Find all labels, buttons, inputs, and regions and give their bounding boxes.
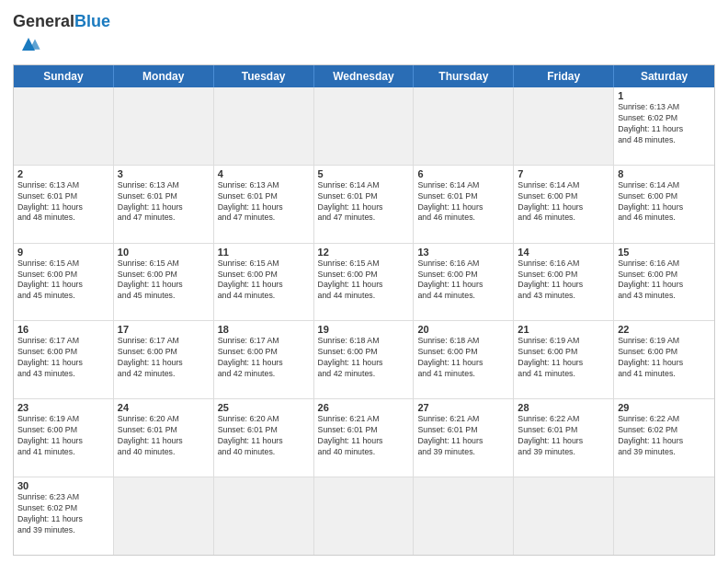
day-number: 27 (417, 402, 509, 413)
logo-blue: Blue (74, 12, 110, 30)
day-info: Sunrise: 6:14 AM Sunset: 6:00 PM Dayligh… (618, 180, 711, 224)
day-number: 5 (318, 168, 410, 179)
day-number: 2 (17, 168, 109, 179)
day-cell-8: 8Sunrise: 6:14 AM Sunset: 6:00 PM Daylig… (614, 166, 714, 244)
day-info: Sunrise: 6:13 AM Sunset: 6:01 PM Dayligh… (17, 180, 109, 224)
day-info: Sunrise: 6:15 AM Sunset: 6:00 PM Dayligh… (318, 259, 410, 303)
empty-cell (414, 477, 514, 555)
day-cell-14: 14Sunrise: 6:16 AM Sunset: 6:00 PM Dayli… (514, 244, 614, 322)
day-number: 20 (417, 324, 509, 335)
logo: GeneralBlue (13, 13, 110, 59)
day-cell-25: 25Sunrise: 6:20 AM Sunset: 6:01 PM Dayli… (214, 399, 314, 477)
day-info: Sunrise: 6:17 AM Sunset: 6:00 PM Dayligh… (218, 336, 310, 380)
day-cell-7: 7Sunrise: 6:14 AM Sunset: 6:00 PM Daylig… (514, 166, 614, 244)
day-number: 24 (118, 402, 210, 413)
empty-cell (214, 87, 314, 166)
day-cell-18: 18Sunrise: 6:17 AM Sunset: 6:00 PM Dayli… (214, 321, 314, 399)
day-number: 22 (618, 324, 711, 335)
day-cell-17: 17Sunrise: 6:17 AM Sunset: 6:00 PM Dayli… (114, 321, 214, 399)
day-number: 17 (118, 324, 210, 335)
day-number: 3 (118, 168, 210, 179)
empty-cell (214, 477, 314, 555)
day-cell-5: 5Sunrise: 6:14 AM Sunset: 6:01 PM Daylig… (314, 166, 415, 244)
day-info: Sunrise: 6:17 AM Sunset: 6:00 PM Dayligh… (118, 336, 210, 380)
day-header-wednesday: Wednesday (314, 65, 415, 87)
empty-cell (114, 477, 214, 555)
day-info: Sunrise: 6:14 AM Sunset: 6:01 PM Dayligh… (318, 180, 410, 224)
day-cell-27: 27Sunrise: 6:21 AM Sunset: 6:01 PM Dayli… (414, 399, 514, 477)
day-cell-13: 13Sunrise: 6:16 AM Sunset: 6:00 PM Dayli… (414, 244, 514, 322)
day-number: 30 (17, 480, 109, 491)
day-info: Sunrise: 6:22 AM Sunset: 6:02 PM Dayligh… (618, 414, 711, 458)
day-cell-11: 11Sunrise: 6:15 AM Sunset: 6:00 PM Dayli… (214, 244, 314, 322)
day-info: Sunrise: 6:19 AM Sunset: 6:00 PM Dayligh… (618, 336, 711, 380)
day-number: 19 (318, 324, 410, 335)
day-info: Sunrise: 6:15 AM Sunset: 6:00 PM Dayligh… (218, 259, 310, 303)
day-cell-3: 3Sunrise: 6:13 AM Sunset: 6:01 PM Daylig… (114, 166, 214, 244)
day-header-tuesday: Tuesday (214, 65, 314, 87)
day-number: 8 (618, 168, 711, 179)
day-header-saturday: Saturday (614, 65, 714, 87)
day-number: 4 (218, 168, 310, 179)
logo-general: General (13, 12, 74, 30)
empty-cell (314, 87, 415, 166)
day-info: Sunrise: 6:15 AM Sunset: 6:00 PM Dayligh… (118, 259, 210, 303)
empty-cell (114, 87, 214, 166)
day-cell-24: 24Sunrise: 6:20 AM Sunset: 6:01 PM Dayli… (114, 399, 214, 477)
day-cell-6: 6Sunrise: 6:14 AM Sunset: 6:01 PM Daylig… (414, 166, 514, 244)
day-number: 1 (618, 90, 711, 101)
day-cell-23: 23Sunrise: 6:19 AM Sunset: 6:00 PM Dayli… (14, 399, 114, 477)
page: GeneralBlue SundayMondayTuesdayWednesday… (0, 0, 728, 563)
day-number: 23 (17, 402, 109, 413)
day-number: 7 (518, 168, 609, 179)
day-info: Sunrise: 6:17 AM Sunset: 6:00 PM Dayligh… (17, 336, 109, 380)
day-cell-30: 30Sunrise: 6:23 AM Sunset: 6:02 PM Dayli… (14, 477, 114, 555)
day-cell-26: 26Sunrise: 6:21 AM Sunset: 6:01 PM Dayli… (314, 399, 415, 477)
logo-text: GeneralBlue (13, 13, 110, 29)
empty-cell (514, 87, 614, 166)
day-cell-12: 12Sunrise: 6:15 AM Sunset: 6:00 PM Dayli… (314, 244, 415, 322)
day-info: Sunrise: 6:18 AM Sunset: 6:00 PM Dayligh… (417, 336, 509, 380)
day-cell-16: 16Sunrise: 6:17 AM Sunset: 6:00 PM Dayli… (14, 321, 114, 399)
day-info: Sunrise: 6:14 AM Sunset: 6:00 PM Dayligh… (518, 180, 609, 224)
day-info: Sunrise: 6:18 AM Sunset: 6:00 PM Dayligh… (318, 336, 410, 380)
day-info: Sunrise: 6:19 AM Sunset: 6:00 PM Dayligh… (518, 336, 609, 380)
day-cell-15: 15Sunrise: 6:16 AM Sunset: 6:00 PM Dayli… (614, 244, 714, 322)
day-header-friday: Friday (514, 65, 614, 87)
empty-cell (614, 477, 714, 555)
day-info: Sunrise: 6:16 AM Sunset: 6:00 PM Dayligh… (518, 259, 609, 303)
header: GeneralBlue (13, 9, 715, 59)
day-info: Sunrise: 6:21 AM Sunset: 6:01 PM Dayligh… (417, 414, 509, 458)
day-cell-1: 1Sunrise: 6:13 AM Sunset: 6:02 PM Daylig… (614, 87, 714, 166)
day-number: 6 (417, 168, 509, 179)
day-header-sunday: Sunday (14, 65, 114, 87)
day-number: 15 (618, 247, 711, 258)
day-cell-19: 19Sunrise: 6:18 AM Sunset: 6:00 PM Dayli… (314, 321, 415, 399)
day-cell-9: 9Sunrise: 6:15 AM Sunset: 6:00 PM Daylig… (14, 244, 114, 322)
day-info: Sunrise: 6:15 AM Sunset: 6:00 PM Dayligh… (17, 259, 109, 303)
day-number: 26 (318, 402, 410, 413)
day-info: Sunrise: 6:20 AM Sunset: 6:01 PM Dayligh… (218, 414, 310, 458)
day-cell-10: 10Sunrise: 6:15 AM Sunset: 6:00 PM Dayli… (114, 244, 214, 322)
day-number: 12 (318, 247, 410, 258)
day-info: Sunrise: 6:19 AM Sunset: 6:00 PM Dayligh… (17, 414, 109, 458)
day-info: Sunrise: 6:21 AM Sunset: 6:01 PM Dayligh… (318, 414, 410, 458)
day-number: 10 (118, 247, 210, 258)
day-info: Sunrise: 6:23 AM Sunset: 6:02 PM Dayligh… (17, 492, 109, 536)
empty-cell (414, 87, 514, 166)
day-number: 14 (518, 247, 609, 258)
day-cell-2: 2Sunrise: 6:13 AM Sunset: 6:01 PM Daylig… (14, 166, 114, 244)
day-info: Sunrise: 6:13 AM Sunset: 6:01 PM Dayligh… (218, 180, 310, 224)
day-number: 11 (218, 247, 310, 258)
day-info: Sunrise: 6:22 AM Sunset: 6:01 PM Dayligh… (518, 414, 609, 458)
day-cell-28: 28Sunrise: 6:22 AM Sunset: 6:01 PM Dayli… (514, 399, 614, 477)
day-number: 18 (218, 324, 310, 335)
day-header-monday: Monday (114, 65, 214, 87)
day-cell-4: 4Sunrise: 6:13 AM Sunset: 6:01 PM Daylig… (214, 166, 314, 244)
day-number: 28 (518, 402, 609, 413)
day-number: 9 (17, 247, 109, 258)
day-number: 16 (17, 324, 109, 335)
logo-icon (16, 29, 41, 55)
day-info: Sunrise: 6:20 AM Sunset: 6:01 PM Dayligh… (118, 414, 210, 458)
day-info: Sunrise: 6:13 AM Sunset: 6:02 PM Dayligh… (618, 102, 711, 146)
